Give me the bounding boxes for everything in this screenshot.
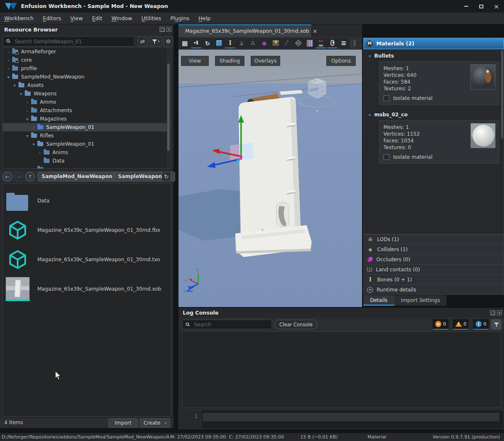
material-preview[interactable]	[470, 123, 496, 148]
pan-icon[interactable]	[315, 38, 326, 48]
nav-back-button[interactable]: ←	[3, 172, 12, 181]
swap-view-button[interactable]: ⇄	[137, 36, 148, 47]
tree-item[interactable]: › Attachments	[3, 106, 171, 115]
maximize-button[interactable]	[474, 0, 489, 13]
tree-item[interactable]: ▾ Weapons	[3, 89, 171, 98]
log-output-area[interactable]	[182, 331, 501, 408]
color-bars-icon[interactable]	[304, 38, 315, 48]
toolbar-scrollbar[interactable]	[353, 40, 356, 47]
rotate-icon[interactable]	[202, 38, 213, 48]
viewport-3d-scene[interactable]: FRONT LEFT ʌʌ S W	[178, 50, 362, 307]
menu-item[interactable]: View	[71, 15, 89, 21]
tree-item[interactable]: › Ammo	[3, 98, 171, 106]
tree-item[interactable]: ▾ Magazines	[3, 115, 171, 123]
expand-arrow-icon[interactable]: ›	[5, 58, 11, 63]
grid-icon[interactable]	[179, 38, 190, 48]
tree-item[interactable]: ▾ SampleMod_NewWeapon	[3, 73, 171, 81]
log-search-input[interactable]	[182, 320, 272, 329]
materials-scrollbar[interactable]	[501, 50, 503, 139]
section-row[interactable]: Colliders (1)	[363, 244, 504, 255]
expand-arrow-icon[interactable]: ›	[5, 66, 11, 71]
menu-item[interactable]: Workbench	[4, 15, 39, 21]
menu-item[interactable]: Help	[199, 15, 216, 21]
tab-close-icon[interactable]: ×	[312, 28, 318, 34]
refresh-button[interactable]: ↻	[162, 172, 171, 181]
expand-arrow-icon[interactable]: ›	[24, 108, 30, 113]
resource-search-input[interactable]	[3, 36, 135, 47]
material-group-header[interactable]: ▾ Bullets	[364, 50, 504, 60]
expand-arrow-icon[interactable]: ›	[37, 150, 43, 155]
tree-item[interactable]: ▾ Rifles	[3, 131, 171, 140]
bone-icon[interactable]	[225, 38, 236, 48]
section-row[interactable]: Bones (0 + 1)	[363, 275, 504, 285]
tree-item[interactable]: ▾ SampleWeapon_01	[3, 140, 171, 148]
material-preview[interactable]	[470, 64, 496, 89]
menu-item[interactable]: Utilities	[142, 15, 167, 21]
list-menu-icon[interactable]	[338, 38, 349, 48]
file-item[interactable]: Magazine_65x39c_SampleWeapon_01_30rnd.tx…	[3, 245, 171, 274]
file-item[interactable]: Magazine_65x39c_SampleWeapon_01_30rnd.xo…	[3, 274, 171, 304]
character-icon[interactable]	[236, 38, 247, 48]
menu-item[interactable]: Window	[111, 15, 137, 21]
options-button[interactable]: Options	[326, 56, 356, 66]
axes-icon[interactable]	[281, 38, 292, 48]
filter-button[interactable]: ▾	[150, 36, 162, 47]
physics-icon[interactable]	[247, 38, 258, 48]
info-count-badge[interactable]: 0	[473, 319, 489, 330]
wire-sphere-icon[interactable]	[259, 38, 270, 48]
create-button[interactable]: Create▾	[140, 418, 170, 428]
section-row[interactable]: LODs (1)	[363, 234, 504, 244]
expand-arrow-icon[interactable]: ›	[24, 100, 30, 105]
nav-forward-button[interactable]: →	[14, 172, 24, 181]
menu-item[interactable]: Editors	[43, 15, 67, 21]
menu-item[interactable]: Edit	[92, 15, 108, 21]
menu-item[interactable]: Plugins	[171, 15, 195, 21]
isolate-checkbox[interactable]	[383, 154, 389, 160]
errors-count-badge[interactable]: 0	[433, 319, 449, 330]
tree-scrollbar[interactable]	[167, 47, 170, 168]
log-editor-strip[interactable]: 1	[178, 410, 504, 429]
isolate-material-row[interactable]: Isolate material	[383, 95, 496, 101]
file-item[interactable]: Data	[3, 186, 171, 215]
cube-icon[interactable]	[213, 38, 224, 48]
tree-item[interactable]: › ArmaReforger	[3, 47, 171, 56]
viewport-3d[interactable]: FRONT LEFT ʌʌ S W	[178, 50, 362, 307]
tree-item[interactable]: ▾ Assets	[3, 81, 171, 89]
log-filter-button[interactable]	[491, 319, 501, 330]
section-row[interactable]: Occluders (0)	[363, 255, 504, 265]
close-panel-icon[interactable]: ×	[497, 310, 502, 315]
tab-details[interactable]: Details	[363, 295, 394, 306]
expand-arrow-icon[interactable]: ▾	[24, 117, 30, 121]
move-icon[interactable]	[191, 38, 202, 48]
import-button[interactable]: Import	[108, 418, 138, 428]
isolate-material-row[interactable]: Isolate material	[383, 154, 496, 160]
warnings-count-badge[interactable]: 0	[453, 319, 469, 330]
close-button[interactable]: ×	[489, 0, 504, 13]
expand-arrow-icon[interactable]: ›	[31, 125, 37, 130]
tree-item[interactable]: › SampleWeapon_01	[3, 123, 171, 131]
tree-item[interactable]: Data	[3, 157, 171, 165]
expand-arrow-icon[interactable]: ›	[5, 50, 11, 54]
expand-arrow-icon[interactable]: ▾	[5, 75, 11, 79]
tree-item[interactable]: › profile	[3, 64, 171, 73]
close-panel-icon[interactable]: ×	[166, 27, 171, 32]
document-tab[interactable]: Magazine_65x39c_SampleWeapon_01_30rnd.xo…	[178, 24, 311, 37]
section-row[interactable]: Runtime details	[363, 285, 504, 295]
material-group-header[interactable]: ▾ msbs_02_co	[364, 108, 504, 119]
tree-item[interactable]	[3, 165, 171, 169]
file-item[interactable]: Magazine_65x39c_SampleWeapon_01_30rnd.fb…	[3, 215, 171, 245]
materials-header[interactable]: M Materials (2)	[363, 38, 504, 49]
tree-item[interactable]: › core	[3, 56, 171, 64]
section-row[interactable]: Land contacts (0)	[363, 265, 504, 275]
expand-arrow-icon[interactable]: ▾	[24, 134, 30, 138]
float-panel-icon[interactable]	[490, 310, 495, 315]
nav-up-button[interactable]: ↑	[25, 172, 35, 181]
minimize-button[interactable]	[459, 0, 474, 13]
settings-button[interactable]: ⚙	[163, 36, 173, 47]
isolate-checkbox[interactable]	[383, 95, 389, 101]
tree-item[interactable]: › Anims	[3, 148, 171, 157]
expand-arrow-icon[interactable]: ▾	[12, 83, 18, 88]
mouse-icon[interactable]	[327, 38, 338, 48]
tab-import-settings[interactable]: Import Settings	[394, 295, 447, 306]
shading-button[interactable]: Shading	[215, 56, 244, 66]
